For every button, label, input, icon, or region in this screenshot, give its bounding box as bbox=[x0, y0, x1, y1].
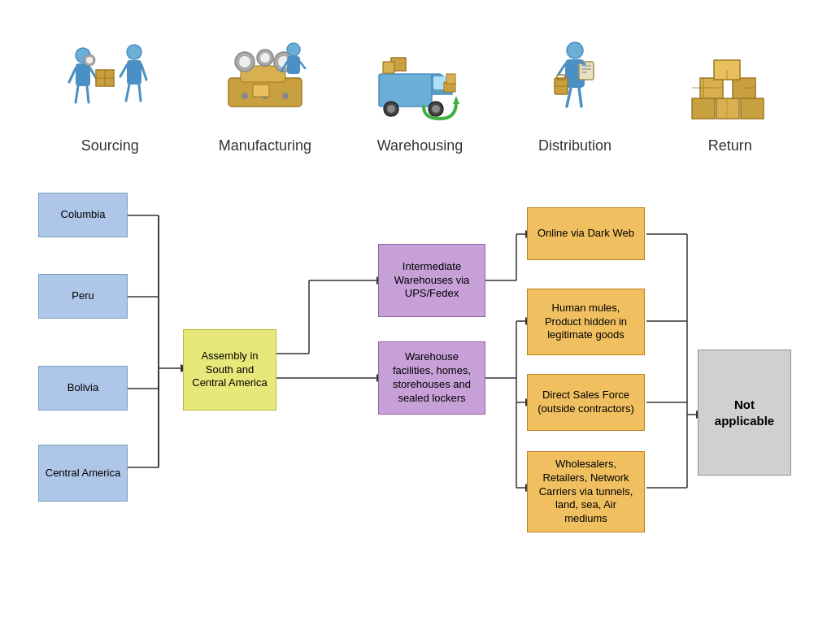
distribution-label: Distribution bbox=[538, 137, 612, 154]
svg-line-2 bbox=[69, 68, 76, 82]
svg-line-28 bbox=[300, 62, 305, 68]
box-not-applicable: Not applicable bbox=[698, 350, 791, 476]
box-intermediate-warehouse: Intermediate Warehouses via UPS/Fedex bbox=[378, 244, 485, 317]
svg-line-14 bbox=[141, 65, 146, 80]
svg-line-5 bbox=[87, 86, 89, 102]
box-warehouse-facilities: Warehouse facilities, homes, storehouses… bbox=[378, 341, 485, 415]
icon-return: Return bbox=[665, 33, 795, 154]
svg-line-51 bbox=[559, 64, 565, 74]
svg-point-45 bbox=[567, 42, 583, 59]
box-columbia: Columbia bbox=[38, 193, 128, 237]
svg-rect-41 bbox=[383, 62, 394, 73]
svg-rect-58 bbox=[692, 98, 715, 119]
box-direct-sales: Direct Sales Force (outside contractors) bbox=[527, 374, 645, 431]
svg-line-15 bbox=[126, 85, 129, 101]
svg-rect-59 bbox=[716, 98, 739, 119]
svg-line-13 bbox=[120, 65, 127, 76]
svg-line-4 bbox=[76, 86, 78, 102]
svg-point-22 bbox=[260, 53, 270, 63]
svg-point-31 bbox=[282, 93, 289, 99]
svg-point-25 bbox=[287, 43, 300, 56]
icon-sourcing: Sourcing bbox=[45, 33, 175, 154]
box-wholesalers: Wholesalers, Retailers, Network Carriers… bbox=[527, 451, 645, 532]
svg-line-16 bbox=[139, 85, 141, 101]
svg-point-29 bbox=[242, 93, 248, 99]
box-bolivia: Bolivia bbox=[38, 366, 128, 411]
svg-rect-32 bbox=[253, 85, 269, 97]
svg-line-54 bbox=[579, 88, 581, 106]
svg-line-3 bbox=[90, 68, 96, 78]
svg-rect-1 bbox=[76, 63, 90, 86]
svg-point-20 bbox=[239, 56, 250, 67]
box-human-mules: Human mules, Product hidden in legitimat… bbox=[527, 289, 645, 355]
svg-point-11 bbox=[127, 45, 141, 59]
svg-point-39 bbox=[432, 105, 440, 113]
box-peru: Peru bbox=[38, 274, 128, 319]
manufacturing-label: Manufacturing bbox=[219, 137, 311, 154]
box-assembly: Assembly in South and Central America bbox=[183, 329, 276, 411]
icon-manufacturing: Manufacturing bbox=[200, 33, 330, 154]
sourcing-label: Sourcing bbox=[81, 137, 139, 154]
svg-point-37 bbox=[387, 105, 395, 113]
box-online-dark-web: Online via Dark Web bbox=[527, 207, 645, 260]
return-label: Return bbox=[708, 137, 752, 154]
svg-rect-26 bbox=[287, 56, 300, 74]
icon-warehousing: Warehousing bbox=[355, 33, 485, 154]
svg-rect-44 bbox=[446, 74, 455, 84]
svg-point-10 bbox=[86, 57, 93, 63]
svg-rect-12 bbox=[127, 60, 141, 85]
svg-rect-60 bbox=[741, 98, 764, 119]
icon-distribution: Distribution bbox=[510, 33, 640, 154]
svg-marker-42 bbox=[453, 96, 459, 104]
svg-rect-33 bbox=[379, 74, 432, 106]
svg-rect-47 bbox=[579, 62, 594, 80]
diagram: Columbia Peru Bolivia Central America As… bbox=[0, 163, 840, 643]
icons-row: Sourcing bbox=[0, 0, 840, 163]
warehousing-label: Warehousing bbox=[377, 137, 463, 154]
svg-rect-62 bbox=[733, 78, 755, 98]
box-central-america: Central America bbox=[38, 445, 128, 502]
